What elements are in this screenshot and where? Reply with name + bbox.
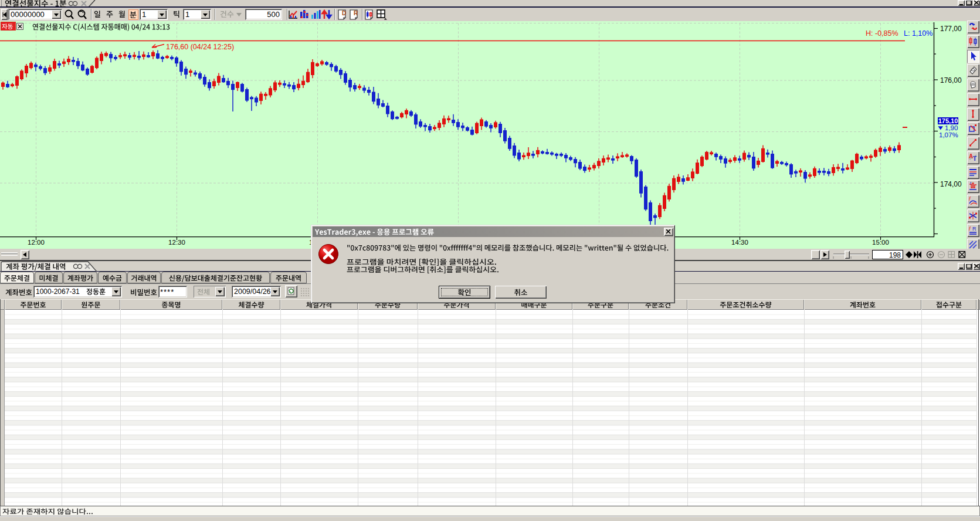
svg-text:D: D [342,10,346,16]
svg-text:L: 1,10%: L: 1,10% [904,29,932,38]
svg-text:12:30: 12:30 [168,239,185,246]
svg-text:f: f [969,196,971,202]
svg-text:R: R [354,10,358,16]
svg-text:14:30: 14:30 [731,239,748,246]
svg-text:15:00: 15:00 [872,239,889,246]
svg-text:1,90: 1,90 [945,124,958,131]
svg-text:12:00: 12:00 [28,239,45,246]
svg-text:176,00: 176,00 [940,76,962,84]
svg-text:f: f [970,181,971,185]
svg-text:176,60 (04/24 12:25): 176,60 (04/24 12:25) [166,43,234,51]
svg-text:174,00: 174,00 [940,180,962,188]
svg-text:H: -0,85%: H: -0,85% [866,29,898,38]
svg-text:f: f [969,226,971,232]
svg-text:1,07%: 1,07% [939,131,958,138]
svg-text:177,00: 177,00 [940,25,962,33]
svg-text:T: T [973,155,976,162]
svg-text:R: R [972,226,976,232]
svg-text:175,10: 175,10 [938,117,958,124]
